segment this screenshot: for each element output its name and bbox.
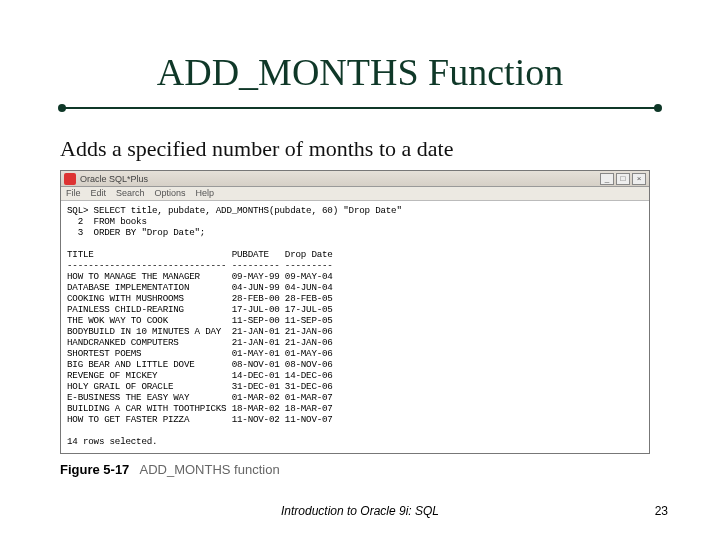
figure-number: Figure 5-17 [60,462,129,477]
window-title: Oracle SQL*Plus [80,174,148,184]
terminal-output: SQL> SELECT title, pubdate, ADD_MONTHS(p… [61,201,649,453]
close-button[interactable]: × [632,173,646,185]
divider [60,106,660,110]
window-titlebar: Oracle SQL*Plus _ □ × [61,171,649,187]
menu-item[interactable]: Help [196,188,215,199]
app-icon [64,173,76,185]
menu-item[interactable]: Search [116,188,145,199]
menu-item[interactable]: Options [155,188,186,199]
page-number: 23 [655,504,668,518]
menu-item[interactable]: File [66,188,81,199]
menubar: File Edit Search Options Help [61,187,649,201]
menu-item[interactable]: Edit [91,188,107,199]
figure-text: ADD_MONTHS function [139,462,279,477]
maximize-button[interactable]: □ [616,173,630,185]
figure-caption: Figure 5-17 ADD_MONTHS function [60,462,660,477]
slide-subtitle: Adds a specified number of months to a d… [60,136,660,162]
sqlplus-window: Oracle SQL*Plus _ □ × File Edit Search O… [60,170,650,454]
minimize-button[interactable]: _ [600,173,614,185]
footer-center: Introduction to Oracle 9i: SQL [0,504,720,518]
slide-title: ADD_MONTHS Function [60,50,660,94]
